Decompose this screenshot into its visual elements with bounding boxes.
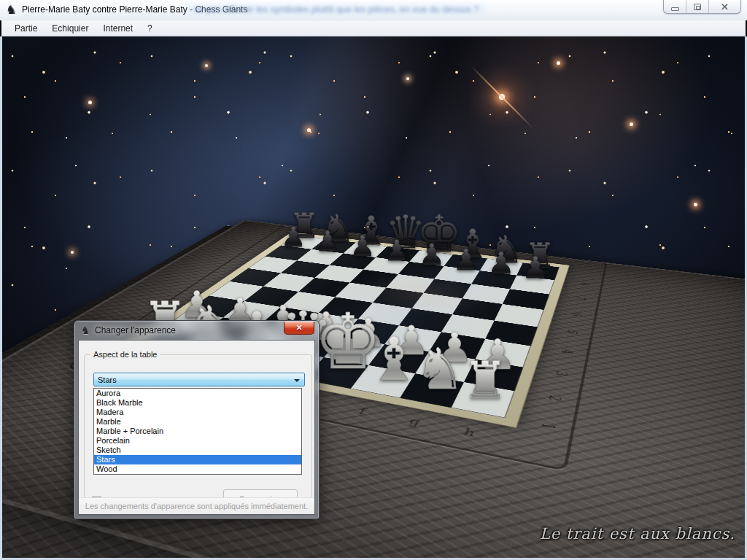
dropdown-option[interactable]: Marble xyxy=(94,417,301,427)
rank-number: 5 xyxy=(562,327,581,336)
rank-number: 3 xyxy=(551,368,571,379)
table-aspect-combobox[interactable]: Stars xyxy=(93,373,305,386)
dialog-title: Changer l'apparence xyxy=(95,325,176,335)
app-window: abcdefgh 12345678 ♜ ♞ ♝ ♛ ♚ ♝ ♞ xyxy=(0,0,747,560)
dropdown-option[interactable]: Porcelain xyxy=(94,436,301,446)
dropdown-option[interactable]: Black Marble xyxy=(94,398,301,408)
dialog-titlebar[interactable]: ♞ Changer l'apparence ✕ xyxy=(74,321,319,340)
minimize-button[interactable] xyxy=(664,0,686,13)
rank-number: 1 xyxy=(535,419,559,433)
dialog-status-text: Les changements d'apparence sont appliqu… xyxy=(85,502,308,510)
rank-number: 4 xyxy=(557,346,576,357)
menu-item[interactable]: Echiquier xyxy=(44,21,96,36)
groupbox-label: Aspect de la table xyxy=(90,350,160,359)
restore-button[interactable] xyxy=(686,0,709,13)
dialog-close-button[interactable]: ✕ xyxy=(284,322,314,335)
file-letter: f xyxy=(349,405,374,419)
appearance-dialog: ♞ Changer l'apparence ✕ Aspect de la tab… xyxy=(74,320,320,519)
titlebar-ghost-text: ne pas afficher les symboles plutôt que … xyxy=(187,4,486,15)
menubar: PartieEchiquierInternet? xyxy=(1,20,746,36)
dropdown-option[interactable]: Aurora xyxy=(94,389,301,398)
file-letter: g xyxy=(402,415,427,429)
combobox-value: Stars xyxy=(98,376,117,384)
close-button[interactable]: ✕ xyxy=(709,0,740,13)
restore-icon xyxy=(694,4,701,10)
rank-number: 2 xyxy=(543,392,565,404)
file-letter: h xyxy=(457,425,481,440)
chess-knights-icon: ♞ xyxy=(6,4,19,17)
dropdown-option[interactable]: Sketch xyxy=(94,446,301,455)
dropdown-option[interactable]: Stars xyxy=(94,455,301,464)
menu-item[interactable]: ? xyxy=(140,21,160,36)
combobox-dropdown: AuroraBlack MarbleMaderaMarbleMarble + P… xyxy=(93,388,302,475)
window-titlebar[interactable]: ♞ Pierre-Marie Baty contre Pierre-Marie … xyxy=(0,0,747,20)
minimize-icon xyxy=(671,7,679,11)
window-buttons: ✕ xyxy=(663,0,741,14)
rank-number: 6 xyxy=(568,311,584,319)
turn-indicator: Le trait est aux blancs. xyxy=(540,525,735,542)
dialog-body: Aspect de la table Stars AuroraBlack Mar… xyxy=(78,340,315,515)
menu-item[interactable]: Internet xyxy=(96,21,140,36)
knight-icon: ♞ xyxy=(81,325,90,335)
close-icon: ✕ xyxy=(295,324,302,332)
dialog-statusbar: Les changements d'apparence sont appliqu… xyxy=(79,497,314,514)
dropdown-option[interactable]: Wood xyxy=(94,464,301,474)
dropdown-option[interactable]: Marble + Porcelain xyxy=(94,427,301,436)
close-icon: ✕ xyxy=(721,2,729,12)
menu-item[interactable]: Partie xyxy=(7,21,44,36)
chevron-down-icon xyxy=(294,379,300,382)
dropdown-option[interactable]: Madera xyxy=(94,408,301,417)
